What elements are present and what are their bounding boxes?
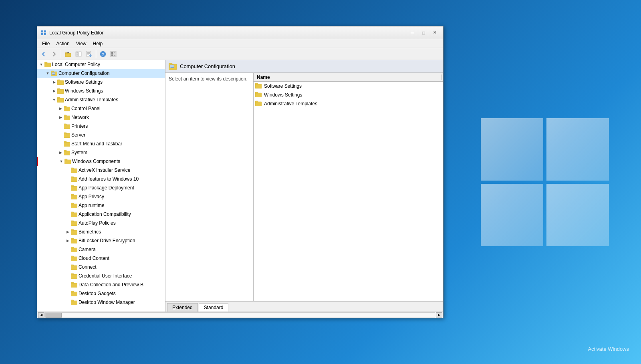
- svg-rect-84: [255, 84, 262, 88]
- tree-item-software-settings[interactable]: ▶ Software Settings: [37, 78, 165, 86]
- tree-item-admin-templates[interactable]: ▼ Administrative Templates: [37, 95, 165, 104]
- maximize-button[interactable]: □: [418, 29, 429, 37]
- list-item-software-settings[interactable]: Software Settings: [254, 82, 443, 90]
- svg-rect-37: [64, 115, 67, 116]
- list-item-admin-templates[interactable]: Administrative Templates: [254, 99, 443, 108]
- label-computer-config: Computer Configuration: [58, 70, 109, 76]
- folder-icon-app-runtime: [71, 202, 77, 209]
- expand-admin-templates[interactable]: ▼: [51, 97, 57, 103]
- svg-rect-44: [64, 151, 70, 155]
- svg-rect-2: [41, 33, 43, 35]
- label-windows-components: Windows Components: [72, 159, 120, 164]
- svg-rect-59: [71, 212, 74, 213]
- close-button[interactable]: ✕: [429, 29, 440, 37]
- tree-item-app-compat[interactable]: Application Compatibility: [37, 210, 165, 219]
- tree-item-windows-components[interactable]: ▼ Windows Components: [37, 157, 165, 166]
- forward-button[interactable]: [49, 49, 59, 59]
- expand-network[interactable]: ▶: [57, 114, 64, 121]
- tree-item-credential-ui[interactable]: Credential User Interface: [37, 271, 165, 280]
- tree-item-bitlocker[interactable]: ▶ BitLocker Drive Encryption: [37, 236, 165, 245]
- folder-icon-app-package: [71, 185, 77, 191]
- tree-item-autoplay[interactable]: AutoPlay Policies: [37, 219, 165, 227]
- menu-file[interactable]: File: [39, 40, 53, 47]
- menu-action[interactable]: Action: [53, 40, 73, 47]
- tree-item-printers[interactable]: Printers: [37, 122, 165, 131]
- tree-item-cloud-content[interactable]: Cloud Content: [37, 254, 165, 263]
- svg-rect-40: [64, 133, 70, 138]
- tree-item-control-panel[interactable]: ▶ Control Panel: [37, 104, 165, 113]
- tree-item-add-features[interactable]: Add features to Windows 10: [37, 175, 165, 183]
- export-list[interactable]: [84, 49, 94, 59]
- svg-rect-43: [64, 141, 67, 143]
- svg-rect-53: [71, 185, 74, 187]
- menu-bar: File Action View Help: [37, 39, 443, 48]
- tree-item-data-collection[interactable]: Data Collection and Preview B: [37, 280, 165, 289]
- tree-item-start-menu[interactable]: Start Menu and Taskbar: [37, 139, 165, 148]
- show-hide-tree[interactable]: [74, 49, 83, 59]
- tree-item-computer-config[interactable]: ▼ Computer Configuration: [37, 69, 165, 78]
- up-button[interactable]: [63, 49, 73, 59]
- expand-system[interactable]: ▶: [57, 149, 64, 156]
- svg-rect-78: [71, 301, 77, 305]
- expand-computer-config[interactable]: ▼: [44, 70, 51, 76]
- tree-item-camera[interactable]: Camera: [37, 245, 165, 254]
- activate-windows-text: Activate Windows: [588, 346, 629, 352]
- svg-rect-31: [57, 88, 60, 90]
- list-col-name-header[interactable]: Name: [255, 74, 441, 80]
- label-control-panel: Control Panel: [71, 106, 101, 111]
- help-button[interactable]: ?: [98, 49, 108, 59]
- scroll-track[interactable]: [45, 312, 435, 318]
- tab-standard[interactable]: Standard: [199, 303, 229, 312]
- folder-icon-server: [64, 132, 70, 138]
- expand-software-settings[interactable]: ▶: [51, 79, 57, 85]
- svg-rect-47: [65, 159, 67, 160]
- menu-view[interactable]: View: [73, 40, 90, 47]
- list-item-windows-settings[interactable]: Windows Settings: [254, 90, 443, 99]
- label-network: Network: [71, 115, 89, 120]
- expand-windows-components[interactable]: ▼: [58, 158, 65, 165]
- svg-rect-1: [44, 30, 46, 32]
- tab-extended[interactable]: Extended: [167, 303, 198, 312]
- tree-item-connect[interactable]: Connect: [37, 263, 165, 271]
- svg-rect-26: [52, 72, 55, 74]
- tree-item-biometrics[interactable]: ▶ Biometrics: [37, 227, 165, 236]
- tree-item-server[interactable]: Server: [37, 131, 165, 139]
- folder-icon-cloud-content: [71, 255, 77, 261]
- folder-icon-app-compat: [71, 211, 77, 217]
- scroll-left-button[interactable]: ◀: [38, 312, 44, 318]
- tree-item-app-privacy[interactable]: App Privacy: [37, 192, 165, 201]
- menu-help[interactable]: Help: [90, 40, 106, 47]
- folder-icon-app-privacy: [71, 193, 77, 200]
- folder-icon-data-collection: [71, 282, 77, 288]
- list-pane: Name Software Settings: [254, 73, 443, 301]
- expand-control-panel[interactable]: ▶: [57, 105, 64, 112]
- scroll-thumb[interactable]: [46, 313, 62, 318]
- svg-rect-50: [71, 177, 77, 182]
- label-credential-ui: Credential User Interface: [79, 273, 132, 279]
- expand-biometrics[interactable]: ▶: [65, 229, 71, 235]
- tree-item-app-package[interactable]: App Package Deployment: [37, 183, 165, 192]
- svg-rect-89: [255, 101, 258, 102]
- tree-item-network[interactable]: ▶ Network: [37, 113, 165, 122]
- tree-item-desktop-wm[interactable]: Desktop Window Manager: [37, 298, 165, 307]
- back-button[interactable]: [39, 49, 48, 59]
- folder-icon-camera: [71, 246, 77, 253]
- svg-rect-18: [111, 52, 113, 54]
- expand-windows-settings[interactable]: ▶: [51, 88, 57, 94]
- right-panel-title: Computer Configuration: [180, 63, 235, 69]
- properties-button[interactable]: [109, 49, 118, 59]
- tree-item-windows-settings[interactable]: ▶ Windows Settings: [37, 86, 165, 95]
- tree-item-system[interactable]: ▶ System: [37, 148, 165, 157]
- svg-rect-76: [71, 292, 77, 296]
- expand-bitlocker[interactable]: ▶: [65, 237, 71, 244]
- minimize-button[interactable]: ─: [407, 29, 417, 37]
- tree-item-app-runtime[interactable]: App runtime: [37, 201, 165, 210]
- svg-rect-45: [64, 150, 67, 151]
- svg-text:?: ?: [102, 52, 104, 56]
- folder-icon-computer-config: [51, 70, 57, 76]
- expand-local-policy[interactable]: ▼: [38, 61, 44, 68]
- tree-item-desktop-gadgets[interactable]: Desktop Gadgets: [37, 289, 165, 298]
- tree-item-activex[interactable]: ActiveX Installer Service: [37, 166, 165, 175]
- tree-item-local-computer-policy[interactable]: ▼ Local Computer Policy: [37, 60, 165, 69]
- scroll-right-button[interactable]: ▶: [436, 312, 442, 318]
